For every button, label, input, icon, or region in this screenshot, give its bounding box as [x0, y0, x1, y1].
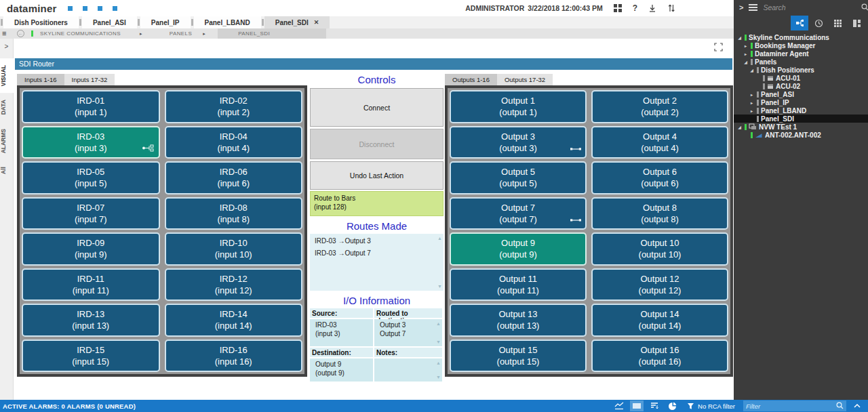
breadcrumb-item-panels[interactable]: PANELS — [170, 30, 192, 37]
output-button-output-11[interactable]: Output 11(output 11) — [450, 268, 587, 302]
output-button-output-8[interactable]: Output 8(output 8) — [591, 197, 728, 230]
rail-tab-visual[interactable]: VISUAL — [0, 58, 14, 93]
tree-item-panel-sdi[interactable]: Panel_SDI — [734, 115, 868, 123]
tree-expander-icon[interactable]: ◢ — [736, 125, 743, 129]
fullscreen-icon[interactable] — [714, 43, 723, 52]
search-icon[interactable] — [861, 3, 868, 12]
rail-tab-alarms[interactable]: ALARMS — [0, 122, 14, 160]
input-button-ird-16[interactable]: IRD-16(input 16) — [165, 339, 303, 373]
rail-tab-all[interactable]: All — [0, 160, 14, 181]
chevron-up-icon[interactable] — [850, 400, 864, 411]
tree-expander-icon[interactable]: ▸ — [749, 108, 755, 113]
output-button-output-13[interactable]: Output 13(output 13) — [450, 304, 587, 337]
tab-panel-ip[interactable]: Panel_IP — [140, 16, 191, 28]
input-button-ird-06[interactable]: IRD-06(input 6) — [165, 161, 303, 194]
connect-button[interactable]: Connect — [310, 88, 443, 127]
output-button-output-9[interactable]: Output 9(output 9) — [450, 232, 587, 266]
output-button-output-15[interactable]: Output 15(output 15) — [450, 339, 587, 373]
disconnect-button[interactable]: Disconnect — [310, 129, 443, 159]
card-view-icon[interactable] — [630, 400, 644, 411]
breadcrumb-item-current[interactable]: PANEL_SDI — [218, 28, 326, 39]
filter-search-icon[interactable] — [836, 402, 844, 411]
input-button-ird-07[interactable]: IRD-07(input 7) — [22, 197, 160, 230]
sort-icon[interactable] — [648, 400, 661, 411]
routes-made-list[interactable]: ▲ ▼ IRD-03 →Output 3IRD-03 →Output 7 — [310, 234, 443, 291]
output-button-output-3[interactable]: Output 3(output 3) — [450, 126, 587, 159]
output-button-output-4[interactable]: Output 4(output 4) — [591, 126, 728, 159]
tree-expander-icon[interactable]: ▸ — [749, 92, 755, 97]
settings-sliders-icon[interactable] — [667, 4, 675, 12]
undo-last-action-button[interactable]: Undo Last Action — [310, 161, 443, 190]
search-input[interactable] — [763, 3, 856, 12]
input-button-ird-13[interactable]: IRD-13(input 13) — [22, 304, 160, 337]
routed-destinations-list[interactable]: ▲ ▼ Output 3Output 7 — [374, 319, 442, 346]
filter-input[interactable] — [746, 403, 836, 410]
input-button-ird-10[interactable]: IRD-10(input 10) — [165, 232, 303, 266]
breadcrumb-arrow-icon[interactable]: ▸ — [203, 31, 205, 37]
scroll-up-icon[interactable]: ▲ — [436, 321, 441, 326]
tab-dish-positioners[interactable]: Dish Positioners — [3, 16, 79, 28]
input-button-ird-01[interactable]: IRD-01(input 1) — [22, 90, 160, 123]
trend-graph-icon[interactable] — [612, 400, 626, 411]
tree-expander-icon[interactable]: ◢ — [736, 35, 743, 40]
route-to-bars-button[interactable]: Route to Bars (input 128) — [310, 191, 443, 216]
output-button-output-2[interactable]: Output 2(output 2) — [591, 90, 728, 123]
back-arrow-icon[interactable]: ← — [17, 30, 24, 37]
tree-expander-icon[interactable]: ◢ — [743, 60, 749, 64]
input-button-ird-15[interactable]: IRD-15(input 15) — [22, 339, 160, 373]
rail-tab-data[interactable]: DATA — [0, 93, 14, 121]
input-button-ird-12[interactable]: IRD-12(input 12) — [165, 268, 303, 302]
tree-item-dish-positioners[interactable]: ◢Dish Positioners — [734, 66, 868, 74]
element-tree-view-icon[interactable] — [791, 16, 808, 30]
tree-expander-icon[interactable]: ◢ — [749, 68, 755, 73]
tab-panel-sdi[interactable]: Panel_SDI✕ — [264, 16, 330, 28]
input-button-ird-14[interactable]: IRD-14(input 14) — [165, 304, 303, 337]
scroll-down-icon[interactable]: ▼ — [436, 375, 441, 379]
tree-item-acu-01[interactable]: ACU-01 — [734, 74, 868, 82]
tree-item-panels[interactable]: ◢Panels — [734, 58, 868, 66]
breadcrumb-item-root[interactable]: SKYLINE COMMUNICATIONS — [40, 30, 121, 37]
input-button-ird-09[interactable]: IRD-09(input 9) — [22, 232, 160, 266]
history-clock-icon[interactable] — [810, 16, 827, 30]
inputs-tab-inputs-1-16[interactable]: Inputs 1-16 — [17, 74, 64, 85]
input-button-ird-08[interactable]: IRD-08(input 8) — [165, 197, 303, 230]
tree-item-bookings-manager[interactable]: ▸Bookings Manager — [734, 41, 868, 49]
output-button-output-10[interactable]: Output 10(output 10) — [591, 232, 728, 266]
tree-item-panel-lband[interactable]: ▸Panel_LBAND — [734, 106, 868, 115]
scroll-down-icon[interactable]: ▼ — [436, 339, 441, 344]
sidebar-menu-icon[interactable] — [749, 4, 757, 11]
tree-expander-icon[interactable]: ▸ — [743, 43, 749, 48]
apps-dots-icon[interactable] — [829, 16, 846, 30]
rail-expand-chevron-icon[interactable]: > — [5, 43, 9, 50]
tab-close-icon[interactable]: ✕ — [314, 19, 319, 26]
tree-item-acu-02[interactable]: ACU-02 — [734, 82, 868, 90]
menu-hamburger-icon[interactable]: ≡ — [2, 28, 12, 39]
outputs-tab-outputs-1-16[interactable]: Outputs 1-16 — [445, 74, 497, 85]
input-button-ird-11[interactable]: IRD-11(input 11) — [22, 268, 160, 302]
output-button-output-1[interactable]: Output 1(output 1) — [450, 90, 587, 123]
help-icon[interactable]: ? — [633, 3, 637, 13]
rca-filter-control[interactable]: No RCA filter — [687, 403, 735, 410]
tree-expander-icon[interactable]: ▸ — [749, 100, 755, 105]
output-button-output-5[interactable]: Output 5(output 5) — [450, 161, 587, 194]
scroll-up-icon[interactable]: ▲ — [437, 236, 442, 241]
collapse-chevron-icon[interactable]: > — [739, 3, 743, 12]
outputs-tab-outputs-17-32[interactable]: Outputs 17-32 — [497, 74, 553, 85]
input-button-ird-04[interactable]: IRD-04(input 4) — [165, 126, 303, 159]
download-icon[interactable] — [648, 4, 656, 12]
layout-columns-icon[interactable] — [848, 16, 865, 30]
tree-item-panel-ip[interactable]: ▸Panel_IP — [734, 98, 868, 106]
tree-item-nvw-test-1[interactable]: ◢NVW TEst 1 — [734, 123, 868, 131]
tab-panel-lband[interactable]: Panel_LBAND — [194, 16, 261, 28]
inputs-tab-inputs-17-32[interactable]: Inputs 17-32 — [64, 74, 115, 85]
output-button-output-7[interactable]: Output 7(output 7) — [450, 197, 587, 230]
scroll-up-icon[interactable]: ▲ — [436, 360, 441, 365]
output-button-output-12[interactable]: Output 12(output 12) — [591, 268, 728, 302]
tree-item-panel-asi[interactable]: ▸Panel_ASI — [734, 90, 868, 98]
output-button-output-6[interactable]: Output 6(output 6) — [591, 161, 728, 194]
notes-value[interactable]: ▲ ▼ — [374, 358, 442, 382]
input-button-ird-02[interactable]: IRD-02(input 2) — [165, 90, 303, 123]
pie-chart-icon[interactable] — [665, 400, 679, 411]
scroll-down-icon[interactable]: ▼ — [437, 284, 442, 289]
tree-item-skyline-communications[interactable]: ◢Skyline Communications — [734, 33, 868, 41]
